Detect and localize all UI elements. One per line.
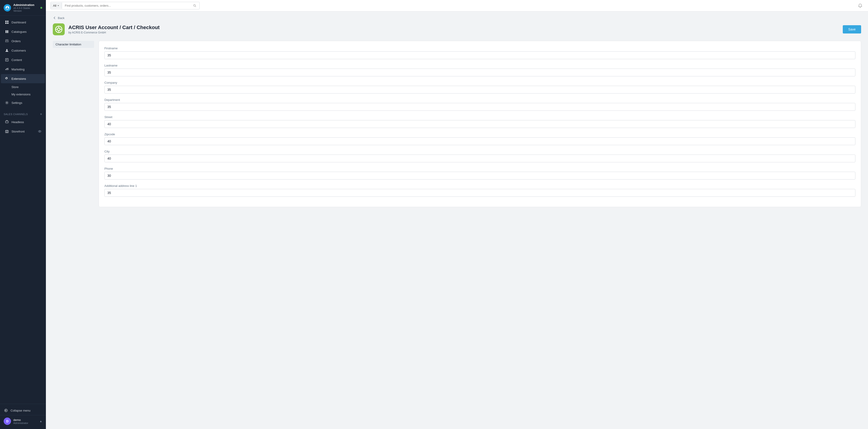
search-icon[interactable] — [190, 4, 199, 7]
form-group-firstname: Firstname — [104, 46, 856, 59]
form-group-city: City — [104, 150, 856, 162]
company-input[interactable] — [104, 86, 856, 94]
search-input[interactable] — [62, 2, 190, 9]
settings-sidebar-item-character-limitation[interactable]: Character limitation — [53, 41, 94, 48]
form-group-zipcode: Zipcode — [104, 133, 856, 145]
zipcode-label: Zipcode — [104, 133, 856, 136]
sidebar-footer: Collapse menu D demo Administrator ▲ — [0, 404, 46, 429]
form-group-street: Street — [104, 116, 856, 128]
storefront-visibility-icon[interactable] — [38, 130, 41, 133]
svg-rect-2 — [5, 23, 7, 24]
sidebar-item-settings[interactable]: Settings — [1, 98, 45, 107]
form-group-department: Department — [104, 98, 856, 111]
additional-address-line-1-input[interactable] — [104, 189, 856, 197]
lastname-label: Lastname — [104, 64, 856, 67]
street-input[interactable] — [104, 120, 856, 128]
sales-channels-label: Sales Channels + — [0, 109, 46, 117]
brand-version: v6.4.9.0 Stable Version — [13, 7, 39, 12]
sidebar-item-label: Extensions — [11, 77, 26, 80]
sidebar-item-label: Marketing — [11, 68, 25, 71]
city-label: City — [104, 150, 856, 153]
sidebar-item-my-extensions[interactable]: My extensions — [1, 91, 45, 98]
storefront-icon — [5, 129, 9, 134]
firstname-label: Firstname — [104, 46, 856, 50]
phone-input[interactable] — [104, 172, 856, 179]
main-area: All Back — [46, 0, 868, 429]
svg-rect-7 — [5, 121, 8, 123]
svg-rect-1 — [7, 21, 8, 22]
sidebar-item-label: Dashboard — [11, 21, 26, 24]
catalogues-icon — [5, 29, 9, 34]
sidebar-sub-label: My extensions — [11, 93, 31, 96]
sidebar-item-catalogues[interactable]: Catalogues — [1, 27, 45, 36]
settings-icon — [5, 100, 9, 105]
city-input[interactable] — [104, 155, 856, 162]
form-group-lastname: Lastname — [104, 64, 856, 76]
brand-title: Administration — [13, 3, 39, 7]
sidebar-item-headless[interactable]: Headless — [1, 118, 45, 127]
sidebar-header: Administration v6.4.9.0 Stable Version — [0, 0, 46, 15]
settings-form: Firstname Lastname Company Department St — [99, 41, 861, 207]
street-label: Street — [104, 116, 856, 119]
add-sales-channel-icon[interactable]: + — [40, 112, 42, 116]
sidebar-item-label: Content — [11, 58, 22, 62]
back-label: Back — [58, 16, 64, 20]
sidebar-item-customers[interactable]: Customers — [1, 46, 45, 55]
sidebar-item-store[interactable]: Store — [1, 84, 45, 91]
sidebar-item-marketing[interactable]: Marketing — [1, 65, 45, 74]
status-dot — [40, 7, 42, 9]
settings-sidebar: Character limitation — [53, 41, 94, 207]
sidebar-item-label: Customers — [11, 49, 26, 52]
department-label: Department — [104, 98, 856, 102]
plugin-title: ACRIS User Account / Cart / Checkout — [68, 25, 839, 31]
svg-point-4 — [6, 49, 7, 51]
department-input[interactable] — [104, 103, 856, 111]
sidebar-item-dashboard[interactable]: Dashboard — [1, 18, 45, 27]
lastname-input[interactable] — [104, 69, 856, 76]
sidebar-item-label: Orders — [11, 39, 21, 43]
sidebar-item-label: Headless — [11, 120, 24, 124]
sidebar-item-label: Catalogues — [11, 30, 27, 33]
user-role: Administrator — [13, 422, 39, 424]
sidebar-item-extensions[interactable]: Extensions — [1, 74, 45, 83]
save-button[interactable]: Save — [843, 25, 861, 33]
search-filter-select[interactable]: All — [51, 2, 62, 9]
zipcode-input[interactable] — [104, 137, 856, 145]
headless-icon — [5, 120, 9, 124]
sidebar-item-label: Storefront — [11, 130, 25, 133]
phone-label: Phone — [104, 167, 856, 170]
notification-bell-icon[interactable] — [857, 2, 863, 9]
form-group-phone: Phone — [104, 167, 856, 179]
content-icon — [5, 58, 9, 62]
svg-rect-0 — [5, 21, 7, 22]
svg-point-6 — [6, 102, 7, 103]
sidebar-item-storefront[interactable]: Storefront — [1, 127, 45, 136]
brand-logo — [4, 4, 11, 11]
sidebar-item-content[interactable]: Content — [1, 55, 45, 64]
plugin-logo — [53, 23, 65, 35]
firstname-input[interactable] — [104, 52, 856, 59]
additional-address-line-1-label: Additional address line 1 — [104, 184, 856, 188]
user-profile[interactable]: D demo Administrator ▲ — [0, 415, 46, 427]
user-info: demo Administrator — [13, 418, 39, 424]
plugin-title-area: ACRIS User Account / Cart / Checkout by … — [68, 25, 839, 34]
collapse-menu-button[interactable]: Collapse menu — [0, 406, 46, 415]
form-group-company: Company — [104, 81, 856, 94]
svg-point-11 — [194, 4, 195, 6]
sales-channels-section: Sales Channels + Headless Storefront — [0, 109, 46, 136]
dashboard-icon — [5, 20, 9, 25]
user-chevron-icon: ▲ — [39, 420, 42, 423]
orders-icon — [5, 39, 9, 43]
back-button[interactable]: Back — [53, 16, 64, 20]
search-filter: All — [51, 2, 199, 9]
sidebar-item-label: Settings — [11, 101, 22, 104]
user-avatar: D — [4, 418, 11, 425]
svg-point-9 — [39, 131, 40, 132]
svg-point-8 — [38, 130, 41, 132]
plugin-header: ACRIS User Account / Cart / Checkout by … — [53, 23, 861, 35]
plugin-subtitle: by ACRIS E-Commerce GmbH — [68, 31, 839, 34]
filter-value: All — [53, 4, 56, 7]
sidebar: Administration v6.4.9.0 Stable Version D… — [0, 0, 46, 429]
user-name: demo — [13, 418, 39, 422]
sidebar-item-orders[interactable]: Orders — [1, 36, 45, 46]
